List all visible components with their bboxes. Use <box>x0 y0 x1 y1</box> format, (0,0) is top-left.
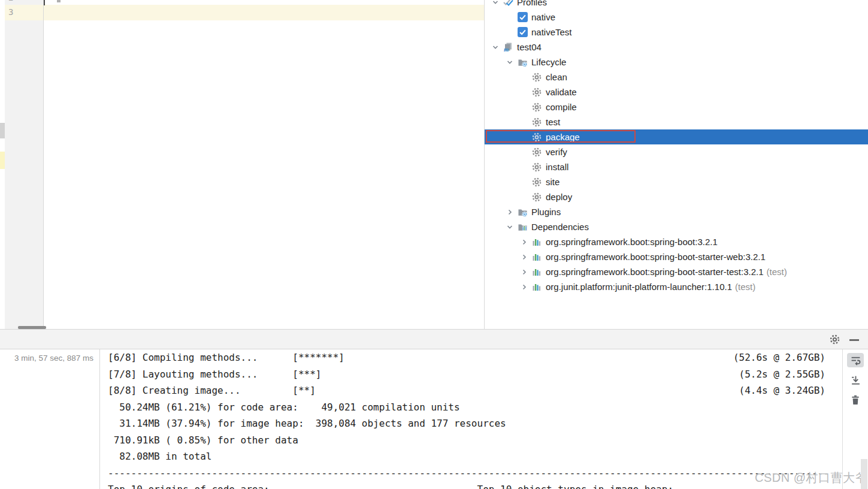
console-line-text: 50.24MB (61.21%) for code area: 49,021 c… <box>108 399 460 416</box>
tree-item-label: org.springframework.boot:spring-boot-sta… <box>546 267 764 277</box>
console-line: [7/8] Layouting methods... [***](5.2s @ … <box>108 366 825 383</box>
tree-item-compile[interactable]: compile <box>485 99 868 114</box>
checkbox[interactable] <box>517 12 528 23</box>
editor-caret-row-highlight <box>5 5 484 20</box>
soft-wrap-icon[interactable] <box>847 353 864 367</box>
console-output[interactable]: [6/8] Compiling methods... [*******](52.… <box>101 349 842 489</box>
console-line-text: ----------------------------------------… <box>108 465 829 482</box>
console-line-timing: (5.2s @ 2.55GB) <box>739 366 826 383</box>
checkbox-checked[interactable] <box>518 27 528 37</box>
tree-item-dep-junit-launcher[interactable]: org.junit.platform:junit-platform-launch… <box>485 279 868 294</box>
library-icon <box>531 252 542 262</box>
svg-text:m: m <box>504 46 509 52</box>
chevron-down-icon[interactable] <box>488 0 503 10</box>
window-scrollbar-thumb[interactable] <box>861 459 867 489</box>
tree-item-native[interactable]: native <box>485 10 868 25</box>
settings-gear-icon[interactable] <box>830 334 840 345</box>
clear-console-trash-icon[interactable] <box>847 393 864 407</box>
watermark: CSDN @村口曹大爷 <box>755 470 867 486</box>
tree-item-label: compile <box>546 102 577 112</box>
maven-tree: ProfilesnativenativeTest mtest04 Lifecyc… <box>485 0 868 294</box>
tree-item-label: nativeTest <box>531 27 572 37</box>
goal-gear-icon <box>531 147 542 158</box>
chevron-placeholder <box>517 84 531 99</box>
console-line-timing: (52.6s @ 2.67GB) <box>733 349 825 366</box>
chevron-placeholder <box>517 70 531 84</box>
checkbox-checked[interactable] <box>518 12 528 22</box>
tree-item-label: deploy <box>546 192 572 202</box>
tree-item-dep-starter-test[interactable]: org.springframework.boot:spring-boot-sta… <box>485 264 868 279</box>
console-line-text: 82.08MB in total <box>108 448 211 465</box>
goal-gear-icon <box>531 117 542 128</box>
goal-gear-icon <box>531 102 542 113</box>
folder-gear-icon <box>517 57 528 68</box>
tree-item-label: Profiles <box>517 0 547 7</box>
minimize-icon[interactable] <box>849 339 859 341</box>
editor-pane[interactable]: 2 3 <box>0 0 484 329</box>
checkbox[interactable] <box>517 27 528 38</box>
profiles-icon <box>503 0 513 8</box>
chevron-right-icon[interactable] <box>517 249 531 264</box>
tree-item-label: org.springframework.boot:spring-boot:3.2… <box>546 237 718 247</box>
console-line-text: Top 10 origins of code area: Top 10 obje… <box>108 481 673 489</box>
console-line-text: [6/8] Compiling methods... [*******] <box>108 349 344 366</box>
tree-item-test04[interactable]: mtest04 <box>485 40 868 55</box>
tree-item-label: Lifecycle <box>531 57 566 67</box>
chevron-down-icon[interactable] <box>503 55 517 70</box>
tree-item-validate[interactable]: validate <box>485 84 868 99</box>
tree-item-dep-starter-web[interactable]: org.springframework.boot:spring-boot-sta… <box>485 249 868 264</box>
scroll-to-end-icon[interactable] <box>847 373 864 387</box>
chevron-right-icon[interactable] <box>517 279 531 294</box>
tree-item-nativeTest[interactable]: nativeTest <box>485 25 868 40</box>
chevron-right-icon[interactable] <box>517 234 531 249</box>
tree-item-package[interactable]: package <box>485 129 868 144</box>
console-line-text: 710.91kB ( 0.85%) for other data <box>108 432 298 449</box>
chevron-right-icon[interactable] <box>517 264 531 279</box>
tree-item-label: install <box>546 162 568 172</box>
chevron-down-icon[interactable] <box>503 219 517 234</box>
console-line: 82.08MB in total <box>108 448 825 465</box>
console-line: 31.14MB (37.94%) for image heap: 398,084… <box>108 415 825 432</box>
tree-item-dependencies[interactable]: Dependencies <box>485 219 868 234</box>
tree-item-install[interactable]: install <box>485 159 868 174</box>
console-line-text: [7/8] Layouting methods... [***] <box>108 366 321 383</box>
tree-item-label: site <box>546 177 559 187</box>
run-console-panel: 3 min, 57 sec, 887 ms [6/8] Compiling me… <box>0 349 868 489</box>
console-line: Top 10 origins of code area: Top 10 obje… <box>108 481 825 489</box>
run-info-column: 3 min, 57 sec, 887 ms <box>0 349 100 489</box>
tree-item-profiles[interactable]: Profiles <box>485 0 868 10</box>
tree-item-label: clean <box>546 72 567 82</box>
folder-deps-icon <box>517 222 528 233</box>
tree-item-label: package <box>546 132 580 142</box>
chevron-down-icon[interactable] <box>488 40 503 55</box>
tree-item-plugins[interactable]: Plugins <box>485 204 868 219</box>
tree-item-site[interactable]: site <box>485 174 868 189</box>
console-line-text: 31.14MB (37.94%) for image heap: 398,084… <box>108 415 506 432</box>
tree-item-deploy[interactable]: deploy <box>485 189 868 204</box>
tree-item-lifecycle[interactable]: Lifecycle <box>485 55 868 70</box>
tree-item-label: validate <box>546 87 577 97</box>
clipped-text-fragment <box>57 0 61 2</box>
chevron-placeholder <box>517 189 531 204</box>
chevron-placeholder <box>517 129 531 144</box>
console-line: [8/8] Creating image... [**](4.4s @ 3.24… <box>108 382 825 399</box>
console-line-timing: (4.4s @ 3.24GB) <box>739 382 826 399</box>
tree-item-label: org.springframework.boot:spring-boot-sta… <box>546 252 766 262</box>
tree-item-label: native <box>531 12 555 22</box>
chevron-placeholder <box>517 99 531 114</box>
tree-item-label: org.junit.platform:junit-platform-launch… <box>546 282 732 292</box>
chevron-placeholder <box>503 10 517 25</box>
tree-item-clean[interactable]: clean <box>485 70 868 84</box>
tree-item-label: test04 <box>517 42 542 52</box>
chevron-placeholder <box>517 174 531 189</box>
tree-item-scope-suffix: (test) <box>767 267 787 277</box>
chevron-right-icon[interactable] <box>503 204 517 219</box>
tree-item-test[interactable]: test <box>485 114 868 129</box>
line-number-2: 2 <box>8 0 13 2</box>
tree-item-verify[interactable]: verify <box>485 144 868 159</box>
console-line-text: [8/8] Creating image... [**] <box>108 382 316 399</box>
console-line: ----------------------------------------… <box>108 465 825 482</box>
maven-tool-window: ProfilesnativenativeTest mtest04 Lifecyc… <box>484 0 868 329</box>
goal-gear-icon <box>531 162 542 173</box>
tree-item-dep-spring-boot[interactable]: org.springframework.boot:spring-boot:3.2… <box>485 234 868 249</box>
